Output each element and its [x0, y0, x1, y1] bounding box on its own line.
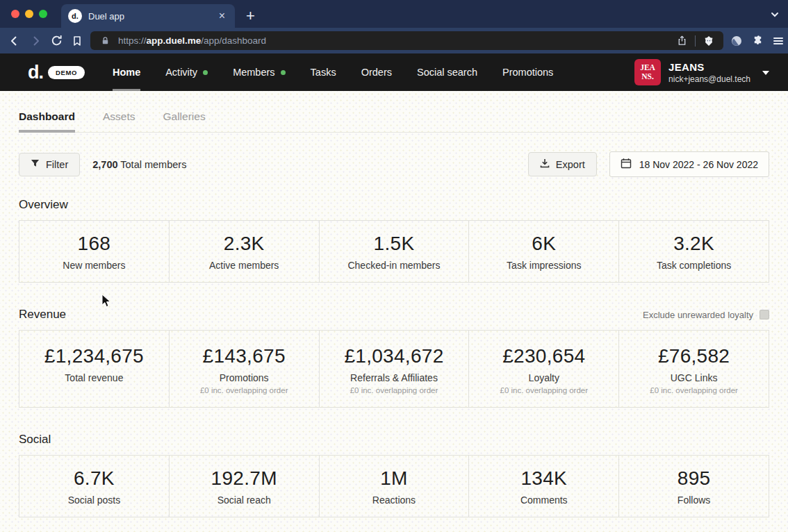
download-icon: [540, 158, 550, 170]
window-controls[interactable]: [11, 10, 47, 18]
stat-card-follows: 895Follows: [618, 456, 769, 517]
refresh-button[interactable]: [49, 33, 64, 49]
window-close-button[interactable]: [11, 10, 19, 18]
stat-card-ugc-links: £76,582UGC Links£0 inc. overlapping orde…: [618, 331, 769, 407]
app-header: d. DEMO Home Activity Members Tasks Orde…: [0, 53, 788, 91]
members-status-dot: [281, 70, 286, 75]
stat-card-reactions: 1MReactions: [319, 456, 469, 517]
stat-card-promotions: £143,675Promotions£0 inc. overlapping or…: [169, 331, 319, 407]
page-tabs: Dashboard Assets Galleries: [19, 91, 769, 133]
browser-menu-icon[interactable]: [771, 33, 786, 49]
nav-item-tasks[interactable]: Tasks: [298, 53, 349, 91]
brave-shields-lion-icon[interactable]: [701, 33, 716, 49]
back-button[interactable]: [7, 33, 22, 49]
stat-card-social-reach: 192.7MSocial reach: [169, 456, 319, 517]
bookmark-icon[interactable]: [69, 33, 85, 49]
account-name: JEANS: [668, 61, 750, 73]
activity-status-dot: [203, 70, 208, 75]
calendar-icon: [621, 158, 632, 171]
account-menu[interactable]: JEANS. JEANS nick+jeans@duel.tech: [634, 59, 770, 85]
nav-item-social-search[interactable]: Social search: [404, 53, 490, 91]
social-heading: Social: [19, 433, 769, 447]
new-tab-button[interactable]: +: [246, 8, 255, 24]
overview-cards: 168New members 2.3KActive members 1.5KCh…: [19, 220, 769, 283]
stat-card-active-members: 2.3KActive members: [169, 221, 319, 282]
nav-item-home[interactable]: Home: [100, 53, 153, 91]
export-button[interactable]: Export: [528, 152, 597, 176]
stat-card-task-completions: 3.2KTask completions: [618, 221, 769, 282]
total-members-count: 2,700 Total members: [92, 159, 186, 170]
duel-logo[interactable]: d.: [28, 62, 43, 83]
dashboard-content: Dashboard Assets Galleries Filter 2,700 …: [0, 91, 788, 532]
window-zoom-button[interactable]: [39, 10, 47, 18]
social-cards: 6.7KSocial posts 192.7MSocial reach 1MRe…: [19, 455, 769, 517]
tab-search-chevron-icon[interactable]: [767, 7, 782, 22]
demo-badge: DEMO: [48, 66, 85, 79]
browser-tab[interactable]: d. Duel app ×: [61, 4, 235, 28]
filter-button[interactable]: Filter: [19, 153, 80, 176]
date-range-picker[interactable]: 18 Nov 2022 - 26 Nov 2022: [609, 151, 769, 177]
stat-card-loyalty: £230,654Loyalty£0 inc. overlapping order: [468, 331, 618, 407]
nav-item-orders[interactable]: Orders: [349, 53, 404, 91]
tab-galleries[interactable]: Galleries: [163, 110, 205, 132]
nav-item-activity[interactable]: Activity: [153, 53, 220, 91]
nav-item-promotions[interactable]: Promotions: [490, 53, 566, 91]
brand-avatar: JEANS.: [634, 59, 661, 85]
urlbar-divider: [695, 35, 696, 47]
site-favicon: d.: [68, 9, 82, 23]
stat-card-referrals-affiliates: £1,034,672Referrals & Affiliates£0 inc. …: [319, 331, 469, 407]
tab-title: Duel app: [88, 11, 216, 22]
stat-card-social-posts: 6.7KSocial posts: [19, 456, 169, 517]
stat-card-task-impressions: 6KTask impressions: [468, 221, 618, 282]
filter-toolbar: Filter 2,700 Total members Export 18 Nov…: [19, 151, 769, 177]
extensions-puzzle-icon[interactable]: [750, 33, 765, 49]
revenue-cards: £1,234,675Total revenue £143,675Promotio…: [19, 330, 769, 408]
address-bar[interactable]: https://app.duel.me/app/dashboard: [90, 31, 723, 50]
account-info: JEANS nick+jeans@duel.tech: [668, 61, 750, 84]
main-nav: Home Activity Members Tasks Orders Socia…: [100, 53, 566, 91]
filter-funnel-icon: [31, 159, 40, 170]
browser-tab-strip: d. Duel app × +: [0, 0, 788, 28]
account-email: nick+jeans@duel.tech: [668, 74, 750, 84]
tab-close-icon[interactable]: ×: [216, 9, 228, 23]
stat-card-new-members: 168New members: [19, 221, 169, 282]
tab-dashboard[interactable]: Dashboard: [19, 110, 75, 132]
nav-item-members[interactable]: Members: [220, 53, 297, 91]
exclude-loyalty-checkbox[interactable]: [760, 310, 769, 319]
overview-heading: Overview: [19, 198, 769, 212]
exclude-loyalty-toggle[interactable]: Exclude unrewarded loyalty: [643, 310, 769, 320]
window-minimize-button[interactable]: [25, 10, 33, 18]
tab-assets[interactable]: Assets: [103, 110, 136, 132]
lock-icon: [97, 33, 113, 49]
share-icon[interactable]: [674, 33, 689, 49]
stat-card-comments: 134KComments: [468, 456, 618, 517]
stat-card-checked-in-members: 1.5KChecked-in members: [319, 221, 469, 282]
browser-toolbar: https://app.duel.me/app/dashboard: [0, 28, 788, 53]
url-text: https://app.duel.me/app/dashboard: [118, 35, 668, 46]
forward-button[interactable]: [28, 33, 43, 49]
stat-card-total-revenue: £1,234,675Total revenue: [19, 331, 169, 407]
revenue-heading: Revenue Exclude unrewarded loyalty: [19, 308, 769, 322]
account-chevron-down-icon[interactable]: [762, 66, 770, 78]
extension-badge-icon[interactable]: [729, 33, 744, 49]
